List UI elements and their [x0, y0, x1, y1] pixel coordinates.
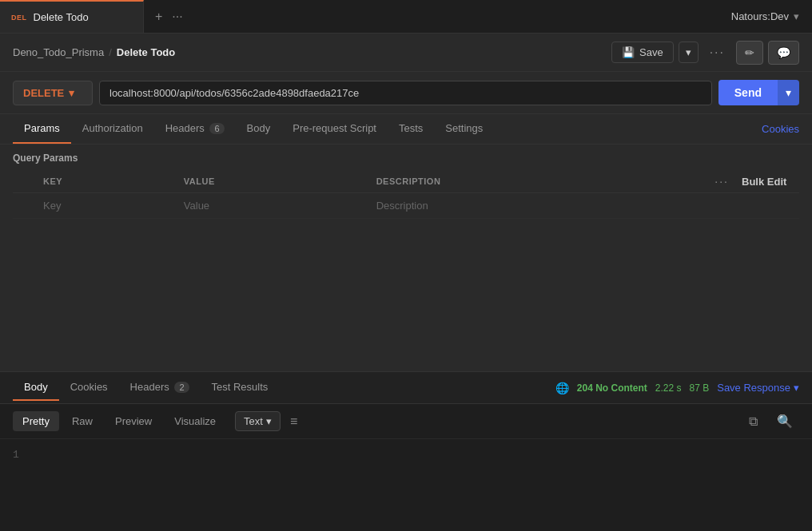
checkbox-header — [13, 170, 37, 193]
url-input[interactable] — [99, 81, 712, 105]
resp-tab-cookies-label: Cookies — [70, 381, 108, 393]
search-icon: 🔍 — [777, 414, 793, 428]
tab-authorization[interactable]: Authorization — [71, 114, 154, 144]
url-bar: DELETE ▾ Send ▾ — [0, 72, 812, 114]
query-section: Query Params KEY VALUE DESCRIPTION ··· B… — [0, 145, 812, 219]
top-tab-bar: DEL Delete Todo + ··· Natours:Dev ▾ — [0, 0, 812, 34]
response-tabs-bar: Body Cookies Headers 2 Test Results 🌐 20… — [0, 372, 812, 404]
text-format-chevron-icon: ▾ — [266, 415, 272, 427]
workspace-name: Natours:Dev — [731, 10, 789, 22]
fmt-tab-raw[interactable]: Raw — [62, 411, 102, 431]
response-size: 87 B — [690, 382, 710, 394]
save-response-chevron-icon: ▾ — [794, 382, 799, 394]
add-tab-button[interactable]: + — [155, 10, 162, 24]
headers-badge: 6 — [209, 123, 224, 134]
save-chevron-icon: ▾ — [686, 46, 691, 58]
tab-pre-request[interactable]: Pre-request Script — [281, 114, 388, 144]
tab-tests[interactable]: Tests — [388, 114, 434, 144]
tab-pre-request-label: Pre-request Script — [293, 122, 376, 134]
more-tabs-button[interactable]: ··· — [172, 10, 182, 24]
cookies-link[interactable]: Cookies — [762, 115, 799, 143]
tab-settings-label: Settings — [445, 122, 483, 134]
send-dropdown-button[interactable]: ▾ — [778, 80, 799, 105]
method-badge: DEL — [11, 14, 27, 22]
tab-headers-label: Headers — [165, 122, 205, 134]
send-button-group: Send ▾ — [718, 80, 799, 105]
edit-button[interactable]: ✏ — [736, 41, 763, 65]
breadcrumb-parent[interactable]: Deno_Todo_Prisma — [13, 46, 104, 58]
fmt-tab-visualize[interactable]: Visualize — [165, 411, 225, 431]
comment-button[interactable]: 💬 — [768, 41, 799, 65]
tab-tests-label: Tests — [399, 122, 423, 134]
method-chevron-icon: ▾ — [69, 87, 74, 99]
row-bulk — [735, 193, 799, 219]
toolbar-more-button[interactable]: ··· — [703, 42, 731, 64]
save-icon: 💾 — [622, 46, 635, 58]
description-header: DESCRIPTION — [370, 170, 709, 193]
response-time: 2.22 s — [655, 382, 682, 394]
resp-tab-cookies[interactable]: Cookies — [59, 374, 119, 401]
save-dropdown-button[interactable]: ▾ — [679, 42, 699, 63]
comment-icon: 💬 — [777, 46, 790, 59]
bulk-edit-button[interactable]: Bulk Edit — [742, 176, 786, 188]
response-area: Body Cookies Headers 2 Test Results 🌐 20… — [0, 371, 812, 531]
fmt-visualize-label: Visualize — [174, 415, 216, 427]
save-label: Save — [639, 46, 663, 58]
save-response-button[interactable]: Save Response ▾ — [717, 382, 799, 394]
value-header: VALUE — [177, 170, 370, 193]
params-table: KEY VALUE DESCRIPTION ··· Bulk Edit Key … — [13, 170, 799, 219]
tab-authorization-label: Authorization — [82, 122, 143, 134]
tab-title: Delete Todo — [34, 11, 89, 23]
send-chevron-icon: ▾ — [786, 86, 791, 99]
response-body: 1 — [0, 439, 812, 470]
method-selector[interactable]: DELETE ▾ — [13, 81, 93, 105]
text-format-label: Text — [244, 415, 263, 427]
resp-tab-test-label: Test Results — [212, 381, 269, 393]
breadcrumb-current: Delete Todo — [117, 46, 175, 58]
status-code: 204 No Content — [577, 382, 647, 394]
save-response-label: Save Response — [717, 382, 790, 394]
format-actions: ⧉ 🔍 — [742, 410, 799, 432]
tab-body[interactable]: Body — [236, 114, 282, 144]
copy-button[interactable]: ⧉ — [742, 410, 764, 432]
tab-params-label: Params — [24, 122, 60, 134]
fmt-preview-label: Preview — [115, 415, 152, 427]
resp-tab-headers[interactable]: Headers 2 — [119, 374, 201, 401]
key-header: KEY — [37, 170, 177, 193]
resp-tab-headers-label: Headers — [130, 381, 169, 393]
send-button[interactable]: Send — [718, 80, 778, 105]
tab-actions: + ··· — [144, 10, 194, 24]
table-more-button[interactable]: ··· — [714, 175, 729, 188]
tab-params[interactable]: Params — [13, 114, 71, 144]
tab-settings[interactable]: Settings — [434, 114, 494, 144]
text-format-dropdown[interactable]: Text ▾ — [235, 411, 281, 431]
row-more — [708, 193, 735, 219]
tab-headers[interactable]: Headers 6 — [154, 114, 236, 144]
active-tab[interactable]: DEL Delete Todo — [0, 0, 144, 33]
fmt-tab-preview[interactable]: Preview — [105, 411, 161, 431]
filter-button[interactable]: ≡ — [284, 411, 304, 432]
tab-body-label: Body — [247, 122, 271, 134]
fmt-tab-pretty[interactable]: Pretty — [13, 411, 59, 431]
workspace-selector[interactable]: Natours:Dev ▾ — [718, 10, 812, 22]
resp-tab-test-results[interactable]: Test Results — [201, 374, 280, 401]
description-cell[interactable]: Description — [370, 193, 709, 219]
resp-headers-badge: 2 — [174, 382, 189, 393]
fmt-pretty-label: Pretty — [22, 415, 50, 427]
save-button[interactable]: 💾 Save — [611, 42, 674, 63]
response-status: 🌐 204 No Content 2.22 s 87 B Save Respon… — [555, 382, 799, 394]
breadcrumb-separator: / — [109, 46, 112, 58]
search-button[interactable]: 🔍 — [770, 410, 799, 432]
key-cell[interactable]: Key — [37, 193, 177, 219]
workspace-chevron-icon: ▾ — [794, 10, 799, 22]
table-row: Key Value Description — [13, 193, 799, 219]
value-cell[interactable]: Value — [177, 193, 370, 219]
breadcrumb: Deno_Todo_Prisma / Delete Todo — [13, 46, 605, 58]
request-tabs-bar: Params Authorization Headers 6 Body Pre-… — [0, 114, 812, 145]
query-params-title: Query Params — [13, 153, 799, 164]
fmt-raw-label: Raw — [72, 415, 93, 427]
request-toolbar: Deno_Todo_Prisma / Delete Todo 💾 Save ▾ … — [0, 34, 812, 72]
filter-icon: ≡ — [290, 414, 297, 428]
edit-icon: ✏ — [745, 46, 754, 59]
resp-tab-body[interactable]: Body — [13, 374, 59, 401]
